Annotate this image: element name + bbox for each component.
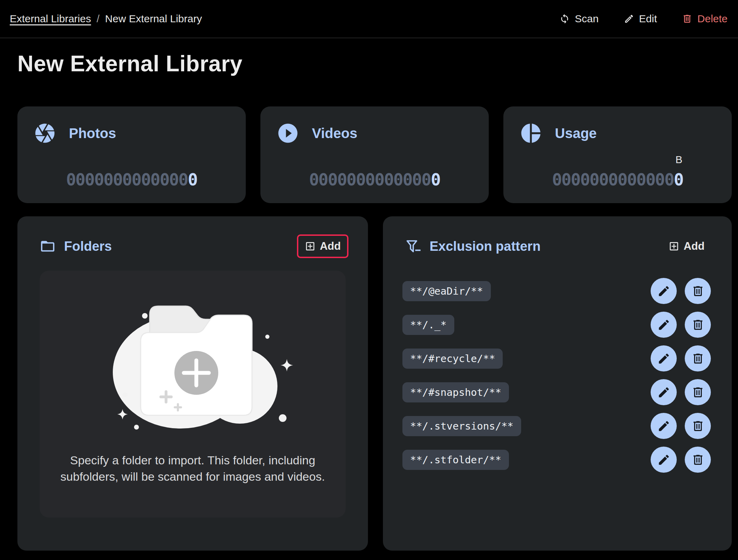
edit-pattern-button[interactable] — [651, 312, 677, 338]
pattern-chip: **/#recycle/** — [402, 349, 503, 369]
usage-label: Usage — [555, 126, 597, 141]
pencil-icon — [657, 318, 670, 331]
usage-count: 00000000000000 B — [519, 170, 716, 189]
plus-box-icon — [305, 241, 316, 252]
delete-pattern-button[interactable] — [685, 379, 711, 405]
usage-unit: B — [675, 154, 682, 166]
pattern-chip: **/.stfolder/** — [402, 450, 509, 470]
pencil-icon — [657, 386, 670, 399]
chart-pie-icon — [519, 122, 542, 145]
empty-folders-panel: Specify a folder to import. This folder,… — [40, 271, 346, 518]
trash-icon — [682, 14, 692, 24]
edit-pattern-button[interactable] — [651, 413, 677, 439]
edit-pattern-button[interactable] — [651, 447, 677, 473]
trash-icon — [691, 352, 705, 365]
delete-pattern-button[interactable] — [685, 447, 711, 473]
stat-card-usage: Usage 00000000000000 B — [503, 106, 732, 203]
add-exclusion-pattern-button[interactable]: Add — [668, 240, 705, 253]
stat-card-videos: Videos 00000000000000 — [260, 106, 489, 203]
add-folder-label: Add — [320, 240, 341, 253]
breadcrumb-separator: / — [96, 13, 99, 25]
camera-iris-icon — [33, 122, 56, 145]
plus-box-icon — [668, 241, 680, 252]
main-content: Folders Add — [17, 216, 732, 551]
page-title: New External Library — [17, 49, 738, 79]
scan-button[interactable]: Scan — [559, 13, 598, 25]
videos-label: Videos — [312, 126, 357, 141]
pattern-row: **/.stfolder/** — [383, 443, 732, 477]
exclusion-pattern-list: **/@eaDir/** **/._* **/#recycle/** — [383, 274, 732, 477]
breadcrumb: External Libraries / New External Librar… — [10, 13, 202, 25]
stat-card-photos: Photos 00000000000000 — [17, 106, 246, 203]
trash-icon — [691, 419, 705, 433]
empty-folder-illustration — [92, 285, 294, 445]
pencil-icon — [624, 14, 634, 24]
photos-label: Photos — [69, 126, 116, 141]
delete-label: Delete — [697, 13, 728, 25]
breadcrumb-current: New External Library — [105, 13, 202, 25]
delete-button[interactable]: Delete — [682, 13, 728, 25]
folders-description: Specify a folder to import. This folder,… — [48, 452, 337, 485]
pattern-chip: **/#snapshot/** — [402, 382, 509, 402]
pattern-row: **/@eaDir/** — [383, 274, 732, 308]
pattern-chip: **/@eaDir/** — [402, 281, 491, 301]
folders-title: Folders — [64, 239, 112, 254]
trash-icon — [691, 318, 705, 331]
pencil-icon — [657, 352, 670, 365]
delete-pattern-button[interactable] — [685, 413, 711, 439]
library-detail-page: External Libraries / New External Librar… — [0, 0, 738, 560]
photos-count: 00000000000000 — [33, 170, 230, 189]
stats-row: Photos 00000000000000 Videos 00000000000… — [17, 106, 732, 203]
exclusion-pattern-card: Exclusion pattern Add **/@eaDir/** **/._… — [383, 216, 732, 551]
top-bar-actions: Scan Edit Delete — [559, 13, 728, 25]
edit-button[interactable]: Edit — [624, 13, 657, 25]
videos-count: 00000000000000 — [276, 170, 473, 189]
breadcrumb-link-external-libraries[interactable]: External Libraries — [10, 13, 91, 25]
add-folder-button[interactable]: Add — [305, 240, 341, 253]
exclusion-title: Exclusion pattern — [430, 239, 541, 254]
edit-pattern-button[interactable] — [651, 345, 677, 371]
edit-label: Edit — [639, 13, 657, 25]
edit-pattern-button[interactable] — [651, 379, 677, 405]
folder-icon — [40, 238, 56, 254]
trash-icon — [691, 386, 705, 399]
folders-card: Folders Add — [17, 216, 368, 551]
pattern-chip: **/.stversions/** — [402, 416, 521, 436]
pattern-row: **/._* — [383, 308, 732, 342]
delete-pattern-button[interactable] — [685, 312, 711, 338]
edit-pattern-button[interactable] — [651, 278, 677, 304]
pencil-icon — [657, 285, 670, 298]
pattern-row: **/#recycle/** — [383, 342, 732, 375]
top-bar: External Libraries / New External Librar… — [0, 0, 738, 38]
delete-pattern-button[interactable] — [685, 278, 711, 304]
delete-pattern-button[interactable] — [685, 345, 711, 371]
pattern-chip: **/._* — [402, 315, 454, 335]
sync-icon — [559, 14, 570, 24]
pattern-row: **/.stversions/** — [383, 409, 732, 443]
pencil-icon — [657, 419, 670, 433]
pencil-icon — [657, 453, 670, 466]
trash-icon — [691, 285, 705, 298]
add-exclusion-label: Add — [684, 240, 705, 253]
play-circle-icon — [276, 122, 299, 145]
scan-label: Scan — [575, 13, 598, 25]
trash-icon — [691, 453, 705, 466]
filter-minus-icon — [405, 238, 421, 254]
pattern-row: **/#snapshot/** — [383, 375, 732, 409]
